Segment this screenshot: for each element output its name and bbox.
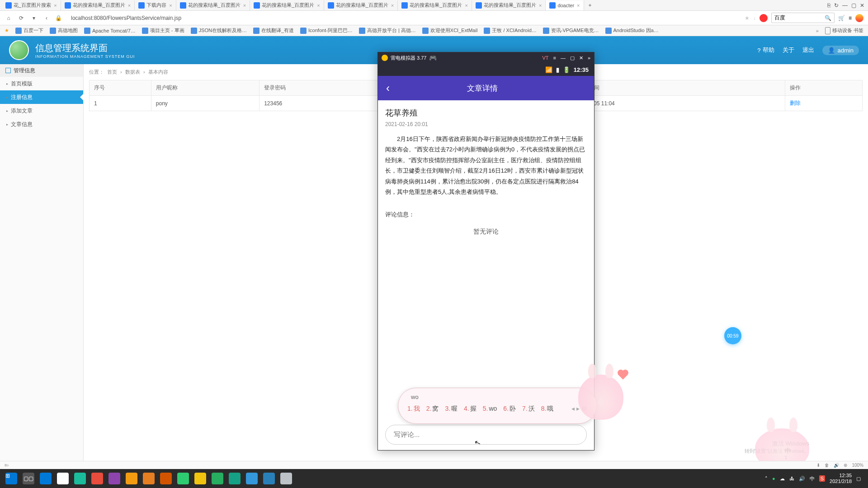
menu-icon[interactable]: ≡ (553, 55, 556, 61)
ime-tray-icon[interactable]: S (819, 475, 825, 482)
browser-tab[interactable]: 花的搜索结果_百度图片× (472, 0, 546, 10)
taskbar-app-icon[interactable] (124, 471, 139, 486)
bookmark-item[interactable]: 王牧 / XCIAndroid… (484, 27, 536, 34)
bookmark-item[interactable]: Apache Tomcat/7… (84, 27, 136, 34)
status-menu-icon[interactable]: ≡› (5, 463, 9, 468)
window-control-icon[interactable]: ▢ (851, 2, 856, 9)
ime-popup[interactable]: wo 1.我2.窝3.喔4.握5.wo6.卧7.沃8.哦◂ ▸ ⚙ (398, 388, 597, 424)
expand-icon[interactable]: » (588, 55, 590, 61)
sound-icon[interactable]: 🔊 (834, 463, 839, 468)
window-control-icon[interactable]: — (842, 2, 848, 9)
ime-candidate[interactable]: 4.握 (464, 405, 476, 413)
task-view-icon[interactable]: ▢▢ (21, 471, 36, 486)
close-icon[interactable]: × (465, 3, 467, 8)
browser-tab[interactable]: 花的搜索结果_百度图片× (61, 0, 135, 10)
bookmark-item[interactable]: JSON在线解析及格… (191, 27, 247, 34)
taskbar-app-icon[interactable] (227, 471, 242, 486)
zoom-in-icon[interactable]: ⊕ (844, 463, 847, 468)
sidebar-item[interactable]: ▸首页模版 (0, 77, 83, 90)
taskbar-app-icon[interactable] (261, 471, 277, 486)
browser-tab[interactable]: 下载内容× (135, 0, 176, 10)
ime-candidate[interactable]: 1.我 (407, 405, 420, 413)
taskbar-app-icon[interactable] (158, 471, 174, 486)
trash-icon[interactable]: 🗑 (825, 463, 829, 468)
volume-tray-icon[interactable]: 🔊 (799, 476, 805, 482)
wechat-tray-icon[interactable]: ● (772, 476, 775, 481)
sidebar-item[interactable]: ▸添加文章 (0, 104, 83, 117)
back-icon[interactable]: ‹ (42, 14, 51, 22)
maximize-icon[interactable]: ▢ (570, 55, 575, 61)
new-tab-button[interactable]: + (584, 2, 596, 9)
taskbar-app-icon[interactable] (193, 471, 208, 486)
browser-tab[interactable]: 花的搜索结果_百度图片× (176, 0, 250, 10)
close-icon[interactable]: × (128, 3, 131, 8)
comment-input[interactable]: 写评论... (385, 425, 587, 445)
down-icon[interactable]: ↓ (753, 15, 756, 21)
ime-candidate[interactable]: 6.卧 (503, 405, 516, 413)
taskbar-app-icon[interactable] (107, 471, 122, 486)
browser-tab[interactable]: 花_百度图片搜索× (2, 0, 61, 10)
close-icon[interactable]: ✕ (579, 55, 583, 61)
bookmark-item[interactable]: 欢迎使用XCI_ExtMail (422, 27, 478, 34)
ime-candidate[interactable]: 8.哦 (541, 405, 554, 413)
ime-candidate[interactable]: 7.沃 (522, 405, 535, 413)
penguin-icon[interactable] (855, 14, 863, 22)
lang-tray-icon[interactable]: 中 (810, 475, 815, 482)
network-tray-icon[interactable]: 🖧 (789, 476, 794, 481)
taskbar-app-icon[interactable] (244, 471, 259, 486)
star-icon[interactable]: ★ (745, 15, 750, 21)
bookmark-item[interactable]: 高德开放平台 | 高德… (359, 27, 416, 34)
bookmark-item[interactable]: 在线翻译_有道 (253, 27, 294, 34)
taskbar-app-icon[interactable] (278, 471, 294, 486)
ime-candidate[interactable]: 3.喔 (445, 405, 458, 413)
delete-link[interactable]: 删除 (790, 100, 801, 106)
sidebar-item[interactable]: ▸文章信息 (0, 117, 83, 131)
taskbar-app-icon[interactable] (72, 471, 88, 486)
dropdown-icon[interactable]: ▾ (30, 14, 38, 22)
download-icon[interactable]: ⬇ (816, 463, 820, 468)
ime-candidate[interactable]: 2.窝 (426, 405, 439, 413)
bookmark-item[interactable]: 高德地图 (50, 27, 78, 34)
taskbar-app-icon[interactable] (175, 471, 191, 486)
refresh-icon[interactable]: ⟳ (17, 14, 25, 22)
taskbar-app-icon[interactable] (90, 471, 105, 486)
bookmark-item[interactable]: 百度一下 (15, 27, 43, 34)
window-control-icon[interactable]: ⎘ (827, 2, 830, 9)
close-icon[interactable]: × (243, 3, 246, 8)
taskbar-app-icon[interactable] (55, 471, 71, 486)
mobile-bookmarks[interactable]: 移动设备 书签 (825, 27, 863, 34)
taskbar-clock[interactable]: 12:35 2021/2/18 (830, 473, 852, 484)
bookmark-item[interactable]: 项目主页 - 草画 (142, 27, 184, 34)
ime-candidate[interactable]: 5.wo (483, 405, 497, 413)
crumb-home[interactable]: 首页 (107, 69, 117, 75)
browser-tab[interactable]: 花的搜索结果_百度图片× (324, 0, 398, 10)
minimize-icon[interactable]: — (561, 55, 566, 61)
url-field[interactable]: localhost:8080/FlowersPlantsService/main… (66, 15, 181, 21)
window-control-icon[interactable]: ↻ (834, 2, 839, 9)
window-control-icon[interactable]: ✕ (860, 2, 864, 9)
close-icon[interactable]: × (539, 3, 542, 8)
bookmark-item[interactable]: AndroidStudio 因a… (605, 27, 659, 34)
close-icon[interactable]: × (169, 3, 172, 8)
home-icon[interactable]: ⌂ (5, 14, 13, 22)
browser-tab[interactable]: 花的搜索结果_百度图片× (398, 0, 472, 10)
crumb-basic[interactable]: 基本内容 (148, 69, 168, 75)
sidebar-item[interactable]: ▸注册信息 (0, 90, 83, 104)
close-icon[interactable]: × (391, 3, 394, 8)
taskbar-app-icon[interactable] (141, 471, 156, 486)
crumb-data[interactable]: 数据表 (125, 69, 140, 75)
star-bookmark-icon[interactable]: ★ (5, 28, 9, 33)
taskbar-app-icon[interactable] (210, 471, 225, 486)
search-engine-box[interactable]: 百度 🔍 (771, 13, 835, 23)
start-button[interactable]: ⊞ (4, 471, 19, 486)
browser-tab[interactable]: doacter× (546, 0, 584, 10)
cart-icon[interactable]: 🛒 (838, 15, 845, 21)
close-icon[interactable]: × (577, 3, 580, 8)
profile-avatar[interactable] (760, 14, 768, 22)
user-pill[interactable]: 👤 admin (822, 46, 859, 55)
logout-link[interactable]: 退出 (802, 46, 814, 54)
taskbar-app-icon[interactable] (38, 471, 53, 486)
system-tray[interactable]: ˄ ● ☁ 🖧 🔊 中 S 12:35 2021/2/18 ▢ (765, 473, 865, 484)
bookmark-item[interactable]: Iconfont-阿里巴巴… (300, 27, 353, 34)
about-link[interactable]: 关于 (783, 46, 794, 54)
